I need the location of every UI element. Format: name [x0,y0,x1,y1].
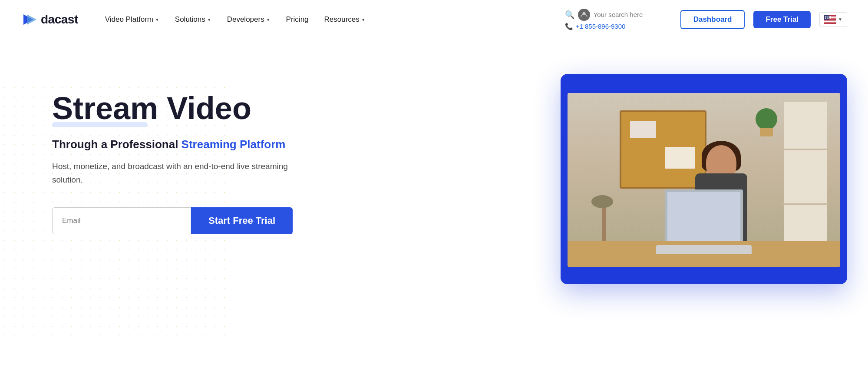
chevron-down-icon: ▼ [361,17,366,22]
site-header: dacast Video Platform ▼ Solutions ▼ Deve… [0,0,868,39]
header-right: 🔍 📞 +1 855-896-9300 Dashboard Free Trial [565,9,847,30]
user-avatar-icon[interactable] [578,9,590,21]
search-phone-group: 🔍 📞 +1 855-896-9300 [565,9,672,30]
nav-item-pricing[interactable]: Pricing [280,12,315,27]
chevron-down-icon: ▼ [207,17,211,22]
laptop-screen [665,189,743,246]
main-nav: Video Platform ▼ Solutions ▼ Developers … [99,12,372,27]
plant-decoration [753,106,779,136]
main-content: Stream Video Through a Professional Stre… [0,39,868,382]
logo-icon [21,12,36,27]
hero-content: Stream Video Through a Professional Stre… [52,74,304,234]
nav-label-resources: Resources [324,15,360,24]
nav-item-resources[interactable]: Resources ▼ [318,12,372,27]
desk-lamp [602,199,606,243]
video-panel [561,74,847,284]
search-input[interactable] [594,11,672,18]
plant-leaves [756,108,777,130]
us-flag-icon: ★★★ ★★★ [824,15,836,24]
search-icon[interactable]: 🔍 [565,10,574,20]
nav-item-video-platform[interactable]: Video Platform ▼ [99,12,165,27]
video-panel-wrap [304,74,847,284]
logo[interactable]: dacast [21,12,78,27]
svg-rect-11 [824,20,836,21]
language-selector[interactable]: ★★★ ★★★ ▼ [819,12,847,27]
hero-subtitle: Through a Professional Streaming Platfor… [52,138,304,151]
video-scene [568,93,840,267]
header-left: dacast Video Platform ▼ Solutions ▼ Deve… [21,12,372,27]
nav-label-video-platform: Video Platform [105,15,153,24]
video-panel-bottom-bar [561,267,847,284]
nav-label-developers: Developers [227,15,264,24]
svg-marker-1 [27,14,36,25]
svg-rect-15 [824,23,836,24]
hero-title: Stream Video [52,91,251,126]
logo-text: dacast [41,13,78,27]
svg-text:★★★: ★★★ [825,15,831,18]
phone-icon: 📞 [565,23,573,30]
free-trial-header-button[interactable]: Free Trial [753,11,811,28]
svg-rect-12 [824,21,836,22]
phone-row: 📞 +1 855-896-9300 [565,23,626,30]
laptop-base [656,245,752,254]
desk-surface [568,241,840,267]
flag-chevron-icon: ▼ [838,17,842,22]
svg-rect-10 [824,20,836,20]
nav-label-pricing: Pricing [286,15,309,24]
chevron-down-icon: ▼ [155,17,159,22]
phone-number[interactable]: +1 855-896-9300 [576,23,626,30]
nav-item-developers[interactable]: Developers ▼ [221,12,277,27]
hero-description: Host, monetize, and broadcast with an en… [52,160,304,186]
svg-rect-13 [824,22,836,23]
video-thumbnail[interactable] [568,93,840,267]
video-panel-top-bar [568,81,840,90]
nav-item-solutions[interactable]: Solutions ▼ [169,12,218,27]
shelf-right [784,102,827,258]
hero-form: Start Free Trial [52,207,304,234]
dashboard-button[interactable]: Dashboard [680,10,745,29]
svg-rect-14 [824,22,836,23]
plant-pot [760,128,773,136]
email-input[interactable] [52,207,191,234]
nav-label-solutions: Solutions [175,15,205,24]
chevron-down-icon: ▼ [266,17,271,22]
hero-subtitle-link[interactable]: Streaming Platform [182,138,286,151]
start-free-trial-button[interactable]: Start Free Trial [191,207,293,234]
search-row: 🔍 [565,9,672,21]
